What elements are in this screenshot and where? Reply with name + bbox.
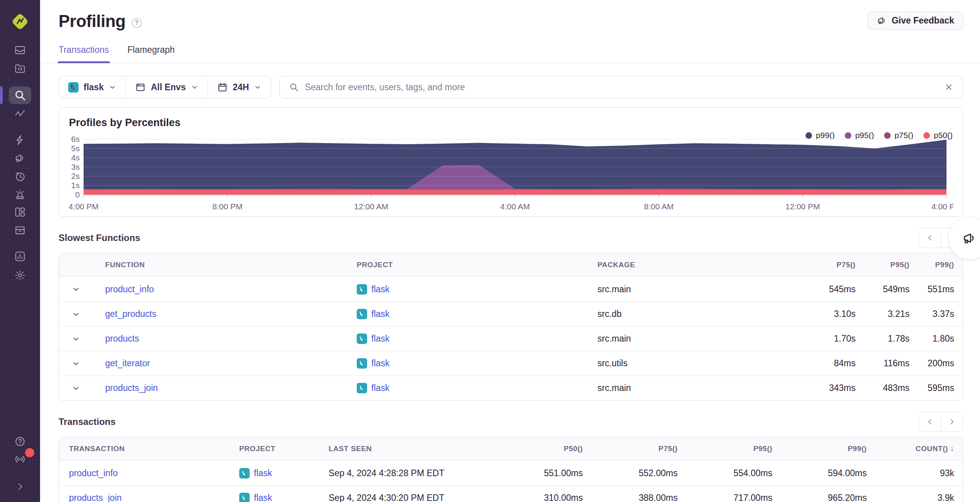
column-header: P75() xyxy=(802,261,856,269)
percentiles-chart[interactable]: 4:00 PM8:00 PM12:00 AM4:00 AM8:00 AM12:0… xyxy=(67,136,953,217)
notification-dot xyxy=(25,448,34,457)
dashboards-icon[interactable] xyxy=(9,203,31,221)
project-cell: flask xyxy=(239,493,329,502)
chevron-down-icon xyxy=(254,83,262,91)
expand-row-button[interactable] xyxy=(68,381,84,396)
calendar-icon xyxy=(217,82,228,93)
project-link[interactable]: flask xyxy=(371,383,389,393)
package-cell: src.main xyxy=(597,334,802,344)
broadcast-icon[interactable] xyxy=(9,450,31,468)
stats-icon[interactable] xyxy=(9,248,31,265)
project-link[interactable]: flask xyxy=(371,284,389,295)
column-header: TRANSACTION xyxy=(59,445,239,453)
project-link[interactable]: flask xyxy=(254,468,272,478)
slowest-functions-header: FUNCTIONPROJECTPACKAGEP75()P95()P99() xyxy=(59,253,963,277)
function-link[interactable]: product_info xyxy=(105,284,357,295)
column-header: P99() xyxy=(910,261,963,269)
p99-value: 965.20ms xyxy=(772,493,867,502)
tab-flamegraph[interactable]: Flamegraph xyxy=(128,45,175,63)
transactions-pagination xyxy=(918,412,963,432)
svg-text:4:00 PM: 4:00 PM xyxy=(69,202,99,211)
package-cell: src.db xyxy=(597,309,802,319)
traces-icon[interactable] xyxy=(9,104,31,122)
previous-page-button[interactable] xyxy=(919,228,941,248)
transaction-link[interactable]: product_info xyxy=(59,468,239,478)
project-filter-label: flask xyxy=(84,82,104,93)
flask-project-icon xyxy=(239,493,250,502)
function-link[interactable]: products xyxy=(105,334,357,344)
flask-project-icon xyxy=(68,82,79,93)
search-input[interactable]: Search for events, users, tags, and more xyxy=(279,76,963,98)
date-range-filter[interactable]: 24H xyxy=(208,76,271,98)
projects-icon[interactable] xyxy=(9,59,31,77)
transaction-link[interactable]: products_join xyxy=(59,493,239,502)
tab-transactions[interactable]: Transactions xyxy=(59,45,109,63)
expand-chevron-icon[interactable] xyxy=(9,478,31,495)
expand-row-button[interactable] xyxy=(68,356,84,371)
clear-search-icon[interactable] xyxy=(944,83,953,92)
environment-filter[interactable]: All Envs xyxy=(126,76,208,98)
column-header: PROJECT xyxy=(357,261,597,269)
svg-text:5s: 5s xyxy=(71,144,80,153)
project-link[interactable]: flask xyxy=(254,493,272,502)
function-link[interactable]: get_products xyxy=(105,309,357,319)
active-nav-indicator xyxy=(0,86,3,104)
svg-text:12:00 PM: 12:00 PM xyxy=(785,202,820,211)
slowest-functions-table: FUNCTIONPROJECTPACKAGEP75()P95()P99() pr… xyxy=(59,253,963,401)
p95-value: 717.00ms xyxy=(678,493,772,502)
environment-filter-label: All Envs xyxy=(151,82,186,93)
flask-project-icon xyxy=(239,468,250,478)
environment-icon xyxy=(135,82,146,93)
page-help-icon[interactable]: ? xyxy=(132,18,142,28)
column-header: P99() xyxy=(772,445,867,453)
package-cell: src.main xyxy=(597,284,802,295)
date-range-filter-label: 24H xyxy=(233,82,249,93)
project-link[interactable]: flask xyxy=(371,309,389,319)
profiles-percentiles-panel: Profiles by Percentiles p99()p95()p75()p… xyxy=(59,107,963,217)
sentry-logo[interactable] xyxy=(10,12,30,32)
project-cell: flask xyxy=(357,284,597,295)
releases-archive-icon[interactable] xyxy=(9,221,31,239)
sort-desc-icon[interactable]: ↓ xyxy=(948,445,954,453)
project-link[interactable]: flask xyxy=(371,334,389,344)
alerts-siren-icon[interactable] xyxy=(9,186,31,204)
column-header: FUNCTION xyxy=(105,261,357,269)
project-filter[interactable]: flask xyxy=(59,76,126,98)
function-link[interactable]: products_join xyxy=(105,383,357,393)
flask-project-icon xyxy=(357,358,367,369)
table-row: product_infoflaskSep 4, 2024 4:28:28 PM … xyxy=(59,461,963,485)
chevron-down-icon xyxy=(191,83,198,91)
expand-row-button[interactable] xyxy=(68,307,84,322)
svg-text:3s: 3s xyxy=(71,162,80,171)
explore-search-icon[interactable] xyxy=(9,86,31,104)
settings-gear-icon[interactable] xyxy=(9,266,31,284)
sidebar xyxy=(0,0,40,502)
column-header: P95() xyxy=(856,261,910,269)
p95-value: 549ms xyxy=(856,284,910,295)
previous-page-button[interactable] xyxy=(919,412,941,431)
package-cell: src.utils xyxy=(597,358,802,369)
svg-text:8:00 PM: 8:00 PM xyxy=(212,202,242,211)
project-link[interactable]: flask xyxy=(371,358,389,369)
help-icon[interactable] xyxy=(9,433,31,450)
flask-project-icon xyxy=(357,383,367,393)
svg-text:2s: 2s xyxy=(71,172,80,180)
expand-row-button[interactable] xyxy=(68,331,84,347)
tab-bar: Transactions Flamegraph xyxy=(40,45,980,63)
next-page-button[interactable] xyxy=(941,412,963,431)
p75-value: 1.70s xyxy=(802,334,856,344)
feedback-megaphone-icon[interactable] xyxy=(9,149,31,167)
p75-value: 388.00ms xyxy=(583,493,678,502)
p75-value: 3.10s xyxy=(802,309,856,319)
give-feedback-button[interactable]: Give Feedback xyxy=(868,12,963,30)
function-link[interactable]: get_iterator xyxy=(105,358,357,369)
insights-lightning-icon[interactable] xyxy=(9,131,31,149)
expand-row-button[interactable] xyxy=(68,281,84,297)
megaphone-icon xyxy=(962,231,977,246)
p75-value: 545ms xyxy=(802,284,856,295)
slowest-functions-heading: Slowest Functions xyxy=(59,232,140,243)
issues-icon[interactable] xyxy=(9,41,31,59)
search-placeholder: Search for events, users, tags, and more xyxy=(305,82,938,93)
search-icon xyxy=(289,82,299,92)
history-clock-icon[interactable] xyxy=(9,168,31,185)
